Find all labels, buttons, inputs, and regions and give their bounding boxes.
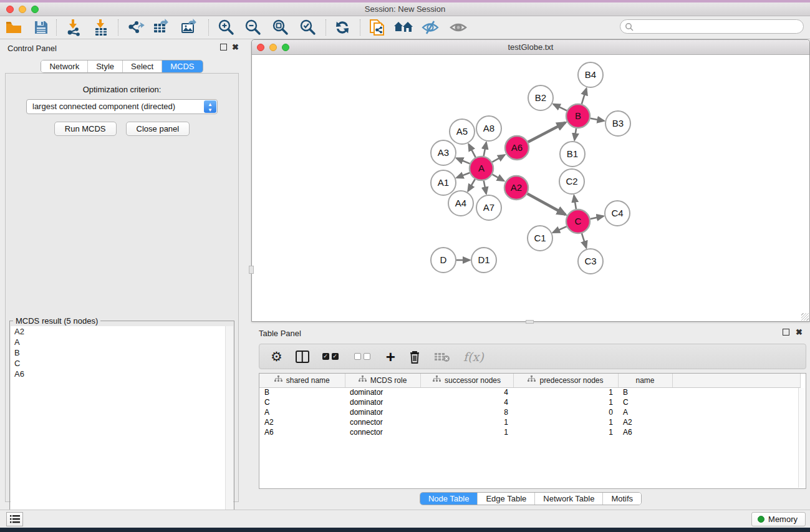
splitter-handle-bottom[interactable] xyxy=(526,320,534,324)
float-panel-icon[interactable] xyxy=(220,44,227,51)
function-builder-button[interactable]: f(x) xyxy=(463,347,484,366)
table-scrollbar[interactable] xyxy=(798,388,805,488)
graph-edge-B-B3[interactable] xyxy=(591,118,604,121)
graph-node-D1[interactable]: D1 xyxy=(471,248,496,273)
table-cell[interactable]: A6 xyxy=(259,427,345,437)
table-cell[interactable]: dominator xyxy=(345,407,420,417)
network-close-icon[interactable] xyxy=(257,44,264,51)
graph-edge-A-A1[interactable] xyxy=(457,173,470,178)
zoom-out-button[interactable] xyxy=(242,18,263,37)
tab-edge-table[interactable]: Edge Table xyxy=(478,493,535,505)
graph-edge-A2-C[interactable] xyxy=(528,194,566,215)
graph-edge-C-C2[interactable] xyxy=(574,196,576,210)
close-table-panel-icon[interactable]: ✖ xyxy=(796,329,803,336)
graph-edge-A-A3[interactable] xyxy=(456,158,470,164)
run-mcds-button[interactable]: Run MCDS xyxy=(54,122,117,136)
table-row[interactable]: Bdominator41B xyxy=(259,387,801,397)
memory-button[interactable]: Memory xyxy=(751,512,806,526)
tab-motifs[interactable]: Motifs xyxy=(603,493,641,505)
deselect-all-columns-button[interactable] xyxy=(354,347,373,366)
close-panel-icon[interactable]: ✖ xyxy=(232,44,239,51)
graph-node-C4[interactable]: C4 xyxy=(605,201,630,226)
table-cell[interactable]: A xyxy=(618,407,672,417)
table-cell[interactable]: 1 xyxy=(513,397,618,407)
table-cell[interactable]: A2 xyxy=(618,417,672,427)
graph-edge-B-B1[interactable] xyxy=(574,128,576,140)
tab-network-table[interactable]: Network Table xyxy=(535,493,603,505)
table-cell[interactable]: 8 xyxy=(420,407,513,417)
graph-edge-A-A7[interactable] xyxy=(484,181,486,194)
export-network-button[interactable] xyxy=(125,18,146,37)
close-window-icon[interactable] xyxy=(6,6,14,13)
table-row[interactable]: Cdominator41C xyxy=(259,397,801,407)
table-cell[interactable]: connector xyxy=(345,417,420,427)
graph-node-A1[interactable]: A1 xyxy=(431,170,456,195)
table-cell[interactable]: 4 xyxy=(420,397,513,407)
window-titlebar[interactable]: Session: New Session xyxy=(0,2,810,16)
table-cell[interactable]: dominator xyxy=(345,387,420,397)
float-table-panel-icon[interactable] xyxy=(783,329,789,336)
graph-edge-A-A8[interactable] xyxy=(484,143,486,157)
tab-mcds[interactable]: MCDS xyxy=(162,60,202,72)
graph-node-A5[interactable]: A5 xyxy=(450,119,475,144)
graph-node-B3[interactable]: B3 xyxy=(605,111,630,136)
graph-edge-A-A6[interactable] xyxy=(492,155,504,162)
graph-edge-C-C1[interactable] xyxy=(553,226,567,233)
network-resize-grip[interactable] xyxy=(801,313,809,321)
column-header-predecessor-nodes[interactable]: predecessor nodes xyxy=(513,374,618,387)
clone-network-button[interactable] xyxy=(367,18,388,37)
hide-graphics-button[interactable] xyxy=(420,18,441,37)
graph-edge-B-B2[interactable] xyxy=(554,104,567,110)
network-window-titlebar[interactable]: testGlobe.txt xyxy=(252,40,809,55)
graph-node-B1[interactable]: B1 xyxy=(560,142,585,167)
column-header-shared-name[interactable]: shared name xyxy=(259,374,345,387)
graph-node-A2[interactable]: A2 xyxy=(504,176,528,200)
column-header-mcds-role[interactable]: MCDS role xyxy=(345,374,420,387)
graph-node-A8[interactable]: A8 xyxy=(476,116,501,141)
column-header-name[interactable]: name xyxy=(618,374,672,387)
graph-node-B4[interactable]: B4 xyxy=(578,62,603,87)
export-table-button[interactable] xyxy=(151,18,172,37)
import-network-button[interactable] xyxy=(63,18,84,37)
show-graphics-button[interactable] xyxy=(448,18,469,37)
table-cell[interactable]: 1 xyxy=(513,417,618,427)
zoom-window-icon[interactable] xyxy=(31,6,39,13)
home-view-button[interactable] xyxy=(393,18,414,37)
zoom-selected-button[interactable] xyxy=(297,18,318,37)
tab-select[interactable]: Select xyxy=(123,60,162,72)
table-cell[interactable]: C xyxy=(259,397,345,407)
export-image-button[interactable] xyxy=(179,18,200,37)
graph-edge-A-A5[interactable] xyxy=(469,144,476,157)
import-table-button[interactable] xyxy=(90,18,112,37)
table-cell[interactable]: 1 xyxy=(420,417,513,427)
graph-node-B[interactable]: B xyxy=(566,104,590,128)
graph-node-A7[interactable]: A7 xyxy=(476,195,501,220)
tab-style[interactable]: Style xyxy=(88,60,123,72)
save-session-button[interactable] xyxy=(31,18,52,37)
tab-node-table[interactable]: Node Table xyxy=(420,493,478,505)
table-cell[interactable]: 1 xyxy=(513,427,618,437)
graph-edge-A-A4[interactable] xyxy=(468,179,475,191)
zoom-in-button[interactable] xyxy=(215,18,236,37)
refresh-button[interactable] xyxy=(332,18,353,37)
zoom-fit-button[interactable] xyxy=(269,18,291,37)
tab-network[interactable]: Network xyxy=(41,60,88,72)
table-cell[interactable]: 4 xyxy=(420,387,513,397)
mcds-result-list[interactable]: A2ABCA6 xyxy=(11,326,226,532)
graph-node-A6[interactable]: A6 xyxy=(505,136,529,160)
table-cell[interactable]: connector xyxy=(345,427,420,437)
table-cell[interactable]: 1 xyxy=(420,427,513,437)
table-cell[interactable]: A xyxy=(259,407,345,417)
criterion-select[interactable]: largest connected component (directed) ▲… xyxy=(26,99,218,114)
table-cell[interactable]: 0 xyxy=(513,407,618,417)
graph-edge-C-C3[interactable] xyxy=(582,233,586,248)
open-session-button[interactable] xyxy=(3,18,24,37)
table-cell[interactable]: A2 xyxy=(259,417,345,427)
table-cell[interactable]: B xyxy=(259,387,345,397)
table-cell[interactable]: A6 xyxy=(618,427,672,437)
graph-node-C[interactable]: C xyxy=(566,210,590,233)
table-settings-button[interactable]: ⚙ xyxy=(271,347,282,366)
result-scrollbar[interactable] xyxy=(225,326,233,532)
network-canvas[interactable]: B4B2BB3A5A8A6B1A3AC2A1A2A4A7C4CC1C3DD1 xyxy=(252,55,809,321)
search-input[interactable] xyxy=(637,21,803,32)
